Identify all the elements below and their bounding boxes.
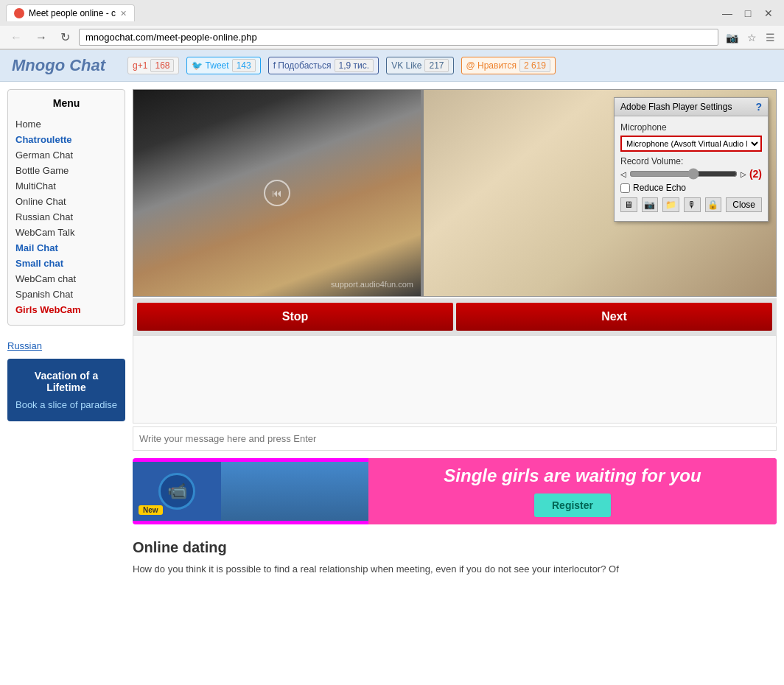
flash-icon-shield[interactable]: 🔒 — [705, 197, 722, 212]
browser-toolbar: ← → ↻ 📷 ☆ ☰ — [0, 26, 784, 49]
flash-dialog-body: Microphone Microphone (Avsoft Virtual Au… — [615, 116, 768, 221]
sidebar-item-russian-chat[interactable]: Russian Chat — [15, 209, 117, 225]
sidebar-item-chatroulette[interactable]: Chatroulette — [15, 132, 117, 147]
online-dating-heading: Online dating — [133, 539, 777, 556]
gplus-icon: g+1 — [133, 60, 147, 71]
camera-icon: 📷 — [723, 30, 741, 45]
site-header: Mnogo Chat g+1 168 🐦 Tweet 143 f Подобас… — [0, 50, 784, 82]
site-logo: Mnogo Chat — [12, 56, 105, 75]
vk-btn[interactable]: VK Like 217 — [386, 57, 453, 74]
titlebar: Meet people online - c ✕ — □ ✕ — [0, 0, 784, 26]
flash-icons-row: 🖥 📷 📁 🎙 🔒 Close — [620, 197, 762, 212]
sidebar-item-girls-webcam[interactable]: Girls WebCam — [15, 302, 117, 317]
browser-tab[interactable]: Meet people online - c ✕ — [6, 4, 135, 21]
refresh-btn[interactable]: ↻ — [56, 29, 74, 46]
sidebar-ad-title: Vacation of a Lifetime — [15, 370, 118, 393]
control-buttons: Stop Next — [133, 298, 777, 335]
flash-volume-slider[interactable] — [629, 168, 738, 180]
vk-icon: VK Like — [391, 60, 421, 71]
address-bar[interactable] — [79, 29, 718, 46]
gplus-btn[interactable]: g+1 168 — [127, 57, 179, 74]
flash-badge: (2) — [749, 168, 762, 180]
flash-dialog-titlebar: Adobe Flash Player Settings ? — [615, 98, 768, 116]
chat-input[interactable] — [133, 427, 776, 450]
banner-headline: Single girls are waiting for you — [444, 466, 701, 486]
chat-area — [133, 335, 777, 424]
sidebar-item-multichat[interactable]: MultiChat — [15, 178, 117, 194]
back-btn[interactable]: ← — [6, 29, 27, 46]
ok-btn[interactable]: @ Нравится 2 619 — [461, 57, 556, 74]
sidebar-item-webcam-talk[interactable]: WebCam Talk — [15, 225, 117, 240]
flash-reduce-echo-row: Reduce Echo — [620, 183, 762, 193]
page-content: Mnogo Chat g+1 168 🐦 Tweet 143 f Подобас… — [0, 50, 784, 591]
russian-lang-link[interactable]: Russian — [7, 340, 42, 351]
fb-count: 1,9 тис. — [335, 59, 374, 72]
stop-button[interactable]: Stop — [137, 303, 453, 331]
flash-dialog-title-text: Adobe Flash Player Settings — [620, 102, 732, 112]
online-dating-text: How do you think it is possible to find … — [133, 562, 777, 577]
sidebar-ad[interactable]: Vacation of a Lifetime Book a slice of p… — [7, 359, 125, 421]
video-container: ⏮ support.audio4fun.com Adobe Flash Play… — [133, 89, 777, 297]
fb-btn[interactable]: f Подобасться 1,9 тис. — [268, 57, 379, 74]
sidebar-item-online-chat[interactable]: Online Chat — [15, 194, 117, 209]
toolbar-icons: 📷 ☆ ☰ — [723, 30, 778, 45]
bottom-banner[interactable]: 📹 New Single girls are waiting for you R… — [133, 458, 777, 524]
ok-count: 2 619 — [519, 59, 550, 72]
chat-input-row — [133, 426, 777, 451]
sidebar-menu-box: Menu Home Chatroulette German Chat Bottl… — [7, 89, 125, 326]
content-area: ⏮ support.audio4fun.com Adobe Flash Play… — [133, 89, 777, 584]
window-controls: — □ ✕ — [718, 5, 778, 21]
flash-reduce-echo-label: Reduce Echo — [633, 183, 686, 193]
flash-icon-display[interactable]: 🖥 — [620, 197, 637, 212]
flash-icon-folder[interactable]: 📁 — [662, 197, 679, 212]
flash-icon-camera[interactable]: 📷 — [642, 197, 659, 212]
maximize-btn[interactable]: □ — [738, 5, 757, 21]
flash-vol-max: ▷ — [741, 170, 746, 178]
twitter-btn[interactable]: 🐦 Tweet 143 — [186, 57, 260, 74]
twitter-count: 143 — [232, 59, 256, 72]
flash-slider-row: ◁ ▷ (2) — [620, 168, 762, 180]
star-icon[interactable]: ☆ — [744, 30, 760, 45]
ok-icon: @ Нравится — [466, 60, 517, 71]
online-dating-section: Online dating How do you think it is pos… — [133, 532, 777, 584]
close-btn[interactable]: ✕ — [759, 5, 778, 21]
banner-register-btn[interactable]: Register — [534, 493, 611, 517]
gplus-count: 168 — [150, 59, 174, 72]
minimize-btn[interactable]: — — [718, 5, 737, 21]
twitter-icon: 🐦 Tweet — [192, 60, 228, 71]
flash-vol-min: ◁ — [620, 170, 626, 178]
banner-girl-section — [221, 462, 368, 521]
tab-close-btn[interactable]: ✕ — [120, 9, 127, 18]
flash-help-icon[interactable]: ? — [755, 101, 762, 113]
sidebar: Menu Home Chatroulette German Chat Bottl… — [7, 89, 125, 584]
sidebar-item-home[interactable]: Home — [15, 116, 117, 132]
browser-chrome: Meet people online - c ✕ — □ ✕ ← → ↻ 📷 ☆… — [0, 0, 784, 50]
sidebar-menu-title: Menu — [15, 97, 117, 109]
banner-img-section: 📹 New — [133, 462, 221, 521]
menu-icon[interactable]: ☰ — [763, 30, 778, 45]
video-left: ⏮ support.audio4fun.com — [133, 90, 421, 296]
fb-icon: f Подобасться — [273, 60, 332, 71]
sidebar-item-mail-chat[interactable]: Mail Chat — [15, 240, 117, 256]
forward-btn[interactable]: → — [31, 29, 52, 46]
sidebar-item-small-chat[interactable]: Small chat — [15, 256, 117, 271]
flash-microphone-select[interactable]: Microphone (Avsoft Virtual Audio Dev — [620, 136, 762, 152]
sidebar-item-german-chat[interactable]: German Chat — [15, 147, 117, 163]
sidebar-ad-subtitle: Book a slice of paradise — [15, 399, 118, 410]
video-play-icon: ⏮ — [264, 180, 290, 206]
sidebar-lang: Russian — [7, 340, 125, 351]
flash-microphone-label: Microphone — [620, 122, 762, 133]
sidebar-item-bottle-game[interactable]: Bottle Game — [15, 163, 117, 178]
banner-new-badge: New — [139, 505, 163, 515]
video-watermark: support.audio4fun.com — [331, 280, 413, 289]
flash-icon-mic[interactable]: 🎙 — [684, 197, 701, 212]
sidebar-item-spanish-chat[interactable]: Spanish Chat — [15, 287, 117, 302]
banner-text-section: Single girls are waiting for you Registe… — [368, 458, 777, 524]
flash-record-label: Record Volume: — [620, 156, 762, 166]
flash-close-button[interactable]: Close — [726, 197, 762, 212]
sidebar-item-webcam-chat[interactable]: WebCam chat — [15, 271, 117, 287]
flash-reduce-echo-checkbox[interactable] — [620, 183, 630, 193]
next-button[interactable]: Next — [456, 303, 772, 331]
video-right: Adobe Flash Player Settings ? Microphone… — [424, 90, 776, 296]
flash-settings-dialog: Adobe Flash Player Settings ? Microphone… — [614, 97, 769, 222]
